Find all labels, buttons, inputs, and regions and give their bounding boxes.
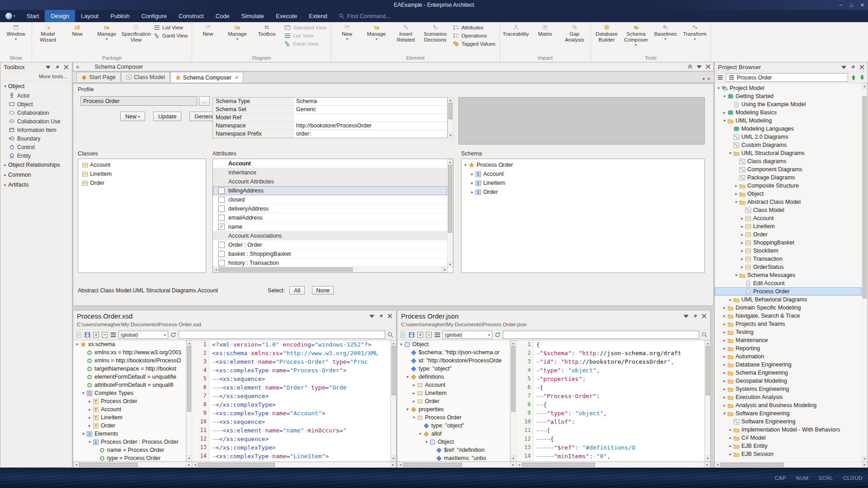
collapse-all-icon[interactable]: [425, 332, 432, 338]
browser-node-edit-account[interactable]: Edit Account: [715, 279, 862, 287]
xsd-filter-input[interactable]: [179, 331, 385, 339]
browser-node-process-order[interactable]: Process Order: [715, 287, 862, 296]
attribute-checkbox[interactable]: [218, 242, 225, 248]
browser-node-implementation-model-with-behaviors[interactable]: ▸Implementation Model - With Behaviors: [715, 426, 862, 434]
browser-node-database-engineering[interactable]: ▸Database Engineering: [715, 361, 862, 369]
tab-schema-composer[interactable]: Schema Composer✕: [170, 72, 244, 83]
scroll-arrow-icon[interactable]: ►: [186, 462, 192, 468]
close-icon[interactable]: [387, 314, 392, 319]
navigate-up-icon[interactable]: [850, 75, 857, 80]
scroll-arrow-icon[interactable]: ◄: [192, 462, 198, 468]
toolbox-item-collaboration-use[interactable]: Collaboration Use: [0, 117, 72, 126]
scroll-thumb[interactable]: [79, 463, 138, 467]
scroll-thumb[interactable]: [392, 346, 396, 395]
toolbox-section-object[interactable]: ▾Object: [0, 81, 72, 91]
manage-button[interactable]: Manage▾: [92, 23, 121, 55]
browser-node-using-the-example-model[interactable]: Using the Example Model: [715, 100, 862, 108]
expander-icon[interactable]: ▾: [722, 118, 727, 123]
outline-icon[interactable]: [110, 332, 117, 338]
scroll-thumb[interactable]: [511, 346, 515, 412]
class-item-lineitem[interactable]: LineItem: [78, 169, 206, 178]
expander-icon[interactable]: ▸: [722, 314, 727, 318]
scroll-thumb[interactable]: [219, 267, 353, 272]
expander-icon[interactable]: ▸: [469, 190, 475, 194]
property-value[interactable]: http://bookstore/ProcessOrder: [293, 122, 447, 130]
xsd-node-order[interactable]: ▸Order: [73, 422, 186, 430]
status-indicator-scrl[interactable]: SCRL: [819, 475, 834, 481]
xsd-node-xmlns-http-bookstore-processo[interactable]: xmlns = http://bookstore/ProcessO: [73, 357, 186, 365]
class-item-order[interactable]: Order: [78, 178, 206, 188]
tab-class-model[interactable]: Class Model: [121, 72, 170, 82]
expander-icon[interactable]: ▸: [411, 399, 417, 404]
expander-icon[interactable]: ▾: [462, 163, 468, 167]
expander-icon[interactable]: ▸: [469, 181, 475, 185]
expander-icon[interactable]: ▸: [727, 444, 733, 448]
attribute-row-deliveryaddress[interactable]: deliveryAddress: [213, 204, 447, 213]
expander-icon[interactable]: ▸: [727, 297, 733, 302]
toolbox-item-collaboration[interactable]: Collaboration: [0, 108, 72, 117]
attributes-button[interactable]: Attributes: [451, 24, 497, 31]
xsd-code[interactable]: <?xml·version="1.0"·encoding="windows-12…: [209, 340, 390, 461]
browser-node-software-engineering[interactable]: ▾Software Engineering: [715, 409, 862, 418]
schema-node-order[interactable]: ▸Order: [462, 188, 704, 197]
list-view-button[interactable]: List View: [152, 24, 189, 31]
expander-icon[interactable]: ▸: [722, 371, 727, 375]
xsd-node-attributeformdefault-unqualifi[interactable]: attributeFormDefault = unqualifi: [73, 381, 186, 389]
scroll-arrow-icon[interactable]: ►: [704, 462, 710, 468]
xsd-node-elementformdefault-unqualifie[interactable]: elementFormDefault = unqualifie: [73, 373, 186, 381]
expand-all-icon[interactable]: [417, 332, 424, 338]
expander-icon[interactable]: ▸: [722, 322, 727, 326]
scrollbar[interactable]: ▲▼: [447, 159, 453, 267]
scroll-track[interactable]: [447, 165, 453, 262]
scrollbar[interactable]: ▲▼: [186, 340, 192, 461]
scroll-arrow-icon[interactable]: ▲: [510, 340, 516, 346]
expander-icon[interactable]: ▸: [87, 423, 93, 428]
browser-node-c-model[interactable]: ▸C# Model: [715, 434, 862, 442]
scroll-track[interactable]: [79, 462, 186, 468]
ribbon-tab-publish[interactable]: Publish: [104, 10, 136, 22]
standard-view-button[interactable]: Standard View: [283, 24, 329, 31]
expander-icon[interactable]: ▾: [405, 375, 410, 379]
attribute-checkbox[interactable]: [218, 206, 225, 212]
insert-related-button[interactable]: Insert Related: [392, 23, 420, 55]
window-button[interactable]: Window▾: [1, 23, 30, 55]
expander-icon[interactable]: ▸: [2, 173, 8, 177]
scroll-track[interactable]: [403, 462, 510, 468]
toolbox-item-object[interactable]: Object: [0, 100, 72, 108]
save-icon[interactable]: [84, 332, 91, 338]
expander-icon[interactable]: ▸: [739, 257, 745, 261]
ribbon-tab-start[interactable]: Start: [21, 10, 45, 22]
scroll-arrow-icon[interactable]: ◄: [73, 462, 79, 468]
expander-icon[interactable]: ▸: [727, 427, 733, 432]
property-value[interactable]: Generic: [293, 106, 447, 113]
more-tools-link[interactable]: More tools...: [0, 72, 72, 81]
toolbox-button[interactable]: Toolbox: [252, 23, 281, 55]
scroll-track[interactable]: [391, 346, 396, 455]
new-document-icon[interactable]: [400, 332, 406, 338]
xsd-scope-combo[interactable]: (global) ▾: [118, 331, 168, 339]
scroll-track[interactable]: [721, 462, 862, 468]
json-node-object[interactable]: ▾Object: [397, 340, 510, 348]
browser-node-abstract-class-model[interactable]: ▾Abstract Class Model: [715, 198, 862, 206]
status-indicator-num[interactable]: NUM: [796, 475, 809, 481]
browser-node-schema-messages[interactable]: ▾Schema Messages: [715, 271, 862, 279]
expander-icon[interactable]: ▾: [424, 440, 429, 444]
scenarios-decisions-button[interactable]: Scenarios Decisions: [421, 23, 450, 55]
tab-scroll-right-icon[interactable]: ▸: [708, 76, 710, 81]
browser-node-object[interactable]: ▸Object: [715, 190, 862, 198]
attribute-row-history-transaction[interactable]: history : Transaction: [213, 258, 447, 267]
scroll-thumb[interactable]: [448, 165, 452, 233]
expander-icon[interactable]: ▾: [74, 342, 80, 347]
property-row[interactable]: Model Ref: [213, 114, 447, 122]
new-button[interactable]: New: [63, 23, 92, 55]
expander-icon[interactable]: ▸: [722, 330, 727, 334]
attribute-checkbox[interactable]: [218, 215, 225, 221]
status-indicator-cap[interactable]: CAP: [775, 475, 786, 481]
manage-button[interactable]: Manage▾: [223, 23, 252, 55]
json-node-id-http-bookstore-processorde[interactable]: id: "http://bookstore/ProcessOrde: [397, 357, 510, 365]
expander-icon[interactable]: ▸: [739, 232, 745, 237]
expander-icon[interactable]: ▸: [87, 399, 93, 404]
json-node-process-order[interactable]: ▾Process Order: [397, 413, 510, 422]
scroll-track[interactable]: [522, 462, 704, 468]
browser-node-project-model[interactable]: ▾Project Model: [715, 84, 862, 92]
